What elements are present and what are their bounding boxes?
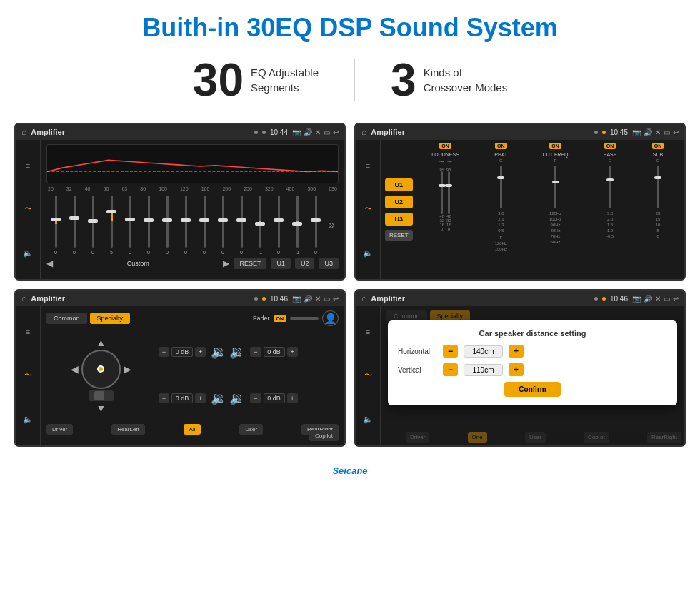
window-icon-3[interactable]: ▭ (324, 295, 330, 303)
eq-slider-2[interactable]: 0 (87, 194, 99, 255)
vertical-plus-btn[interactable]: + (509, 363, 524, 376)
cx-reset-btn[interactable]: RESET (385, 230, 413, 241)
eq-slider-4[interactable]: 0 (124, 194, 136, 255)
loudness-arrows: 〜〜 (439, 158, 452, 166)
common-tab-3[interactable]: Common (46, 313, 87, 324)
close-icon-2[interactable]: ✕ (655, 128, 661, 136)
eq-slider-10[interactable]: 0 (236, 194, 247, 255)
ch-bl-plus[interactable]: + (195, 393, 206, 403)
status-dot-1 (254, 131, 258, 134)
wave-icon-3[interactable]: 〜 (24, 370, 32, 380)
arrow-up[interactable]: ▲ (96, 337, 106, 348)
vol-down-icon-1[interactable]: 🔈 (23, 248, 33, 258)
eq-slider-9[interactable]: 0 (217, 194, 229, 255)
back-icon-2[interactable]: ↩ (673, 128, 679, 136)
eq-slider-0[interactable]: 0 (50, 194, 61, 255)
close-icon-3[interactable]: ✕ (315, 295, 321, 303)
eq-icon-2[interactable]: ≡ (366, 161, 370, 170)
cx-u1-btn[interactable]: U1 (385, 178, 413, 191)
speaker-tl-icon: 🔉 (211, 344, 226, 360)
topbar-icons-2: 📷 🔊 ✕ ▭ ↩ (632, 128, 679, 136)
horizontal-plus-btn[interactable]: + (509, 345, 524, 358)
wave-icon-1[interactable]: 〜 (24, 203, 32, 214)
phat-on[interactable]: ON (495, 143, 507, 149)
fader-on-badge[interactable]: ON (274, 315, 287, 322)
specialty-tab-3[interactable]: Specialty (90, 313, 131, 324)
cutfreq-on[interactable]: ON (549, 143, 561, 149)
back-icon-3[interactable]: ↩ (333, 295, 339, 303)
home-icon-2[interactable]: ⌂ (361, 127, 366, 137)
balance-slider[interactable] (89, 390, 114, 401)
window-icon-2[interactable]: ▭ (664, 128, 670, 136)
cx-u3-btn[interactable]: U3 (385, 213, 413, 226)
eq-icon-3[interactable]: ≡ (26, 328, 30, 336)
eq-slider-11[interactable]: -1 (254, 194, 266, 255)
distance-dialog: Car speaker distance setting Horizontal … (388, 320, 677, 405)
reset-btn[interactable]: RESET (234, 258, 266, 269)
home-icon-3[interactable]: ⌂ (21, 293, 26, 303)
vol-down-icon-2[interactable]: 🔈 (363, 248, 373, 258)
home-icon-1[interactable]: ⌂ (21, 127, 26, 137)
arrow-down[interactable]: ▼ (96, 403, 106, 414)
prev-btn[interactable]: ◀ (46, 258, 53, 268)
eq-icon-4[interactable]: ≡ (366, 328, 370, 336)
horizontal-minus-btn[interactable]: − (443, 345, 458, 358)
ch-tl-value: 0 dB (171, 347, 193, 357)
status-dot-1b (262, 131, 266, 134)
fader-slider[interactable] (290, 317, 319, 320)
ch-tr-minus[interactable]: − (250, 347, 261, 357)
dialog-title: Car speaker distance setting (398, 329, 667, 338)
stat-block-crossover: 3 Kinds of Crossover Modes (355, 57, 543, 103)
ch-top-right: 🔉 − 0 dB + (229, 344, 339, 360)
close-icon-4[interactable]: ✕ (655, 295, 661, 303)
watermark-text: Seicane (332, 465, 367, 476)
home-icon-4[interactable]: ⌂ (361, 293, 366, 303)
wave-icon-4[interactable]: 〜 (364, 370, 372, 380)
close-icon-1[interactable]: ✕ (315, 128, 321, 136)
wave-icon-2[interactable]: 〜 (364, 203, 372, 214)
eq-slider-6[interactable]: 0 (161, 194, 173, 255)
eq-slider-12[interactable]: 0 (273, 194, 284, 255)
sub-label: SUB (653, 152, 663, 157)
arrow-left[interactable]: ◀ (71, 363, 79, 375)
loudness-sliders: 64 48 32 16 0 64 (439, 167, 451, 231)
back-icon-1[interactable]: ↩ (333, 128, 339, 136)
ch-br-minus[interactable]: − (250, 393, 261, 403)
vol-down-icon-4[interactable]: 🔈 (363, 415, 373, 424)
page-title: Buith-in 30EQ DSP Sound System (0, 0, 700, 50)
eq-bottom-controls: ◀ Custom ▶ RESET U1 U2 U3 (46, 258, 339, 269)
u2-btn[interactable]: U2 (295, 258, 315, 269)
ch-br-plus[interactable]: + (287, 393, 298, 403)
u3-btn[interactable]: U3 (319, 258, 339, 269)
expand-arrows[interactable]: » (329, 218, 335, 231)
eq-icon-1[interactable]: ≡ (26, 161, 30, 170)
joystick-circle[interactable] (81, 350, 121, 389)
eq-slider-13[interactable]: -1 (291, 194, 303, 255)
u1-btn[interactable]: U1 (271, 258, 291, 269)
ch-tr-plus[interactable]: + (287, 347, 298, 357)
loudness-on[interactable]: ON (439, 143, 451, 149)
ch-bl-minus[interactable]: − (159, 393, 169, 403)
next-btn[interactable]: ▶ (223, 258, 229, 268)
back-icon-4[interactable]: ↩ (673, 295, 679, 303)
cx-u2-btn[interactable]: U2 (385, 196, 413, 208)
ch-tl-minus[interactable]: − (159, 347, 169, 357)
vertical-minus-btn[interactable]: − (443, 363, 458, 376)
arrow-right[interactable]: ▶ (124, 363, 131, 375)
sub-on[interactable]: ON (652, 143, 664, 149)
eq-slider-14[interactable]: 0 (310, 194, 321, 255)
eq-slider-8[interactable]: 0 (199, 194, 210, 255)
speaker-tr-icon: 🔉 (229, 344, 245, 360)
eq-slider-1[interactable]: 0 (69, 194, 80, 255)
eq-slider-7[interactable]: 0 (180, 194, 191, 255)
ch-tl-plus[interactable]: + (195, 347, 206, 357)
window-icon-4[interactable]: ▭ (664, 295, 670, 303)
bass-on[interactable]: ON (604, 143, 616, 149)
eq-slider-3[interactable]: 5 (106, 194, 117, 255)
window-icon-1[interactable]: ▭ (324, 128, 330, 136)
copilot-btn[interactable]: Copilot (309, 430, 339, 441)
screen-title-4: Amplifier (371, 294, 590, 303)
confirm-btn[interactable]: Confirm (504, 382, 560, 397)
eq-slider-5[interactable]: 0 (143, 194, 154, 255)
vol-down-icon-3[interactable]: 🔈 (23, 415, 33, 424)
